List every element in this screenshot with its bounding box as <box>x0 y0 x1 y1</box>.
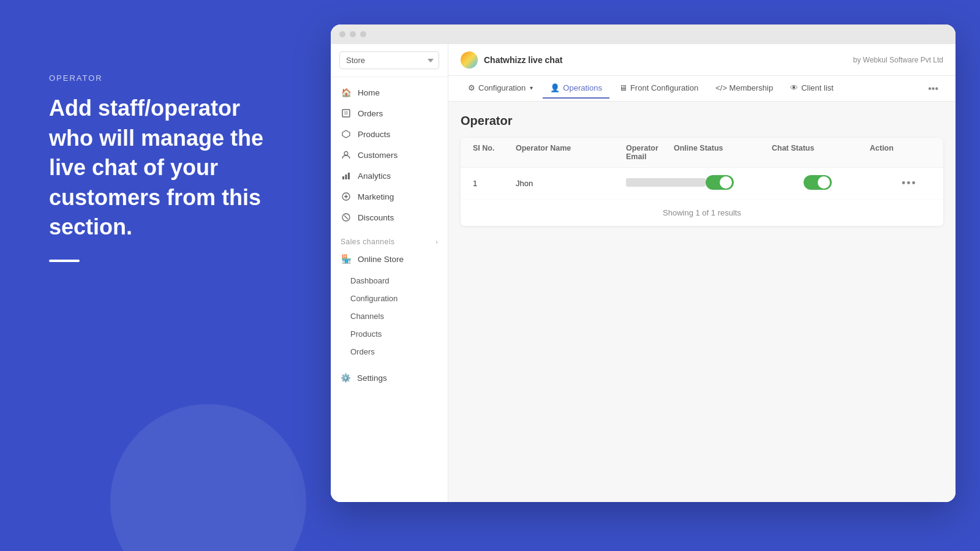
col-header-chat-status: Chat Status <box>772 144 870 161</box>
tab-more-button[interactable]: ••• <box>923 80 943 98</box>
app-logo <box>461 51 478 69</box>
chevron-right-icon: › <box>435 239 438 246</box>
sidebar-item-discounts[interactable]: Discounts <box>331 207 448 228</box>
table-row: 1 Jhon ••• <box>461 168 943 200</box>
cell-chat-status[interactable] <box>804 175 902 192</box>
tab-configuration[interactable]: ⚙ Configuration ▾ <box>461 78 540 99</box>
store-select[interactable]: Store <box>339 51 439 69</box>
svg-rect-0 <box>342 110 350 117</box>
page-body: Operator SI No. Operator Name Operator E… <box>448 102 956 502</box>
header-by-text: by Webkul Software Pvt Ltd <box>853 56 943 64</box>
main-nav-section: 🏠 Home Orders Products <box>331 77 448 233</box>
online-status-toggle[interactable] <box>706 175 734 190</box>
section-label: OPERATOR <box>49 73 288 83</box>
svg-point-4 <box>344 152 348 156</box>
customers-icon <box>341 149 352 160</box>
table-header: SI No. Operator Name Operator Email Onli… <box>461 138 943 168</box>
app-header: Chatwhizz live chat by Webkul Software P… <box>448 44 956 76</box>
left-content-area: OPERATOR Add staff/operator who will man… <box>49 73 288 262</box>
tab-navigation: ⚙ Configuration ▾ 👤 Operations 🖥 Front C… <box>448 76 956 102</box>
browser-bar <box>331 24 956 44</box>
tab-membership[interactable]: </> Membership <box>708 78 780 99</box>
admin-ui: Store 🏠 Home Orders <box>331 44 956 502</box>
sidebar-item-label-home: Home <box>358 88 380 97</box>
cell-action[interactable]: ••• <box>902 177 943 190</box>
sidebar-item-label-settings: Settings <box>357 373 387 383</box>
sidebar-item-label-online-store: Online Store <box>358 255 404 264</box>
col-header-online-status: Online Status <box>674 144 772 161</box>
col-header-action: Action <box>870 144 931 161</box>
cell-si-no: 1 <box>473 179 516 188</box>
circle-decoration <box>110 404 306 551</box>
home-icon: 🏠 <box>341 87 352 98</box>
svg-marker-3 <box>342 130 350 138</box>
col-header-name: Operator Name <box>516 144 626 161</box>
sidebar-item-marketing[interactable]: Marketing <box>331 186 448 207</box>
analytics-icon <box>341 170 352 181</box>
sidebar-item-products[interactable]: Products <box>331 124 448 144</box>
browser-dot-3 <box>360 31 366 37</box>
email-blur-placeholder <box>626 178 706 187</box>
online-store-icon: 🏪 <box>341 253 352 264</box>
settings-icon: ⚙️ <box>341 373 351 383</box>
plugin-item-dashboard[interactable]: Dashboard <box>331 272 448 290</box>
config-icon: ⚙ <box>468 83 475 92</box>
app-name: Chatwhizz live chat <box>484 55 562 65</box>
action-dots-button[interactable]: ••• <box>902 177 917 189</box>
col-header-si: SI No. <box>473 144 516 161</box>
divider <box>49 260 80 262</box>
client-list-icon: 👁 <box>790 83 798 92</box>
table-footer: Showing 1 of 1 results <box>461 200 943 226</box>
sidebar-item-label-customers: Customers <box>358 151 398 160</box>
front-config-icon: 🖥 <box>619 83 627 92</box>
main-content: Chatwhizz live chat by Webkul Software P… <box>448 44 956 502</box>
tab-client-list[interactable]: 👁 Client list <box>783 78 841 99</box>
sales-channels-section[interactable]: Sales channels › <box>331 233 448 249</box>
svg-line-10 <box>344 216 348 219</box>
sidebar-item-online-store[interactable]: 🏪 Online Store <box>331 249 448 269</box>
browser-dot-2 <box>350 31 356 37</box>
sales-channels-label: Sales channels <box>341 238 394 246</box>
orders-icon <box>341 108 352 119</box>
svg-rect-6 <box>345 174 347 179</box>
sidebar-item-settings[interactable]: ⚙️ Settings <box>331 368 448 390</box>
products-icon <box>341 129 352 140</box>
app-logo-area: Chatwhizz live chat <box>461 51 843 69</box>
browser-frame: Store 🏠 Home Orders <box>331 24 956 502</box>
plugin-item-configuration[interactable]: Configuration <box>331 290 448 307</box>
browser-dot-1 <box>339 31 345 37</box>
sidebar: Store 🏠 Home Orders <box>331 44 448 502</box>
chat-status-toggle[interactable] <box>804 175 832 190</box>
sidebar-item-label-discounts: Discounts <box>358 213 394 222</box>
config-dropdown-icon: ▾ <box>530 84 533 91</box>
sidebar-item-home[interactable]: 🏠 Home <box>331 82 448 103</box>
discounts-icon <box>341 212 352 223</box>
page-title: Operator <box>461 114 943 128</box>
sidebar-item-customers[interactable]: Customers <box>331 144 448 165</box>
cell-operator-email <box>626 178 706 189</box>
sidebar-item-analytics[interactable]: Analytics <box>331 165 448 186</box>
cell-online-status[interactable] <box>706 175 804 192</box>
marketing-icon <box>341 191 352 202</box>
sidebar-item-orders[interactable]: Orders <box>331 103 448 124</box>
sidebar-item-label-marketing: Marketing <box>358 192 394 201</box>
svg-rect-5 <box>342 176 344 179</box>
plugin-item-channels[interactable]: Channels <box>331 307 448 325</box>
plugin-subitems: Dashboard Configuration Channels Product… <box>331 269 448 363</box>
tab-operations[interactable]: 👤 Operations <box>543 78 609 99</box>
store-selector-container[interactable]: Store <box>331 44 448 77</box>
col-header-email: Operator Email <box>626 144 674 161</box>
svg-rect-7 <box>348 173 350 179</box>
cell-operator-name: Jhon <box>516 179 626 188</box>
plugin-item-orders[interactable]: Orders <box>331 343 448 361</box>
sidebar-item-label-products: Products <box>358 130 390 139</box>
tab-front-configuration[interactable]: 🖥 Front Configuration <box>612 78 706 99</box>
operator-table-card: SI No. Operator Name Operator Email Onli… <box>461 138 943 226</box>
plugin-item-products[interactable]: Products <box>331 325 448 343</box>
sidebar-item-label-analytics: Analytics <box>358 171 391 181</box>
sidebar-item-label-orders: Orders <box>358 109 383 118</box>
headline-text: Add staff/operator who will manage the l… <box>49 94 288 242</box>
operations-icon: 👤 <box>550 83 560 92</box>
